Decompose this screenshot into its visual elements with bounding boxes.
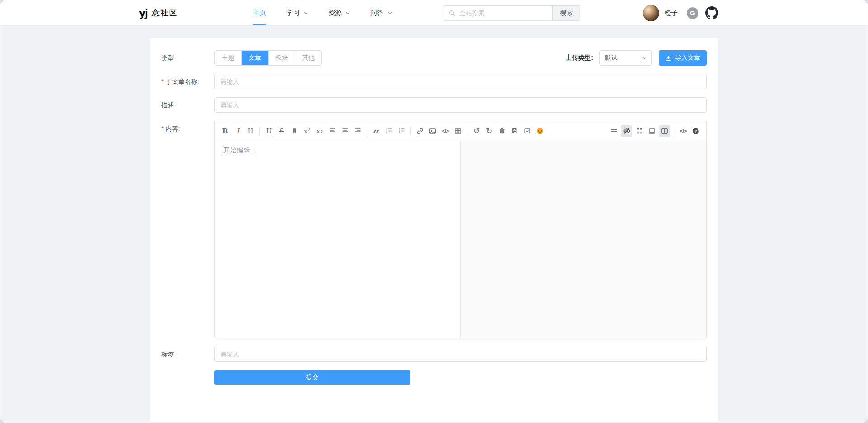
nav-item-learn[interactable]: 学习 [286, 0, 308, 26]
unordered-list-icon[interactable] [396, 125, 407, 137]
strikethrough-icon[interactable]: S [276, 125, 288, 137]
bold-icon[interactable]: B [219, 125, 231, 137]
toolbar-divider [467, 127, 467, 135]
upload-type-value: 默认 [605, 54, 618, 62]
svg-text:3: 3 [386, 132, 387, 134]
nav-item-resources[interactable]: 资源 [328, 0, 350, 26]
toolbar-divider [259, 127, 260, 135]
sub-article-name-row: *子文章名称: [161, 74, 707, 89]
type-option-topic[interactable]: 主题 [215, 51, 241, 65]
align-left-icon[interactable] [326, 125, 338, 137]
brand-logo-icon: yj [139, 7, 147, 19]
description-row: 描述: [161, 97, 707, 113]
editor-body: 开始编辑... [215, 141, 706, 338]
required-mark: * [161, 78, 164, 85]
top-navbar: yj 意社区 主页学习资源问答 搜索 橙子 G [0, 0, 868, 26]
align-right-icon[interactable] [352, 125, 363, 137]
tag-row: 标签: [161, 347, 707, 362]
upload-side: 上传类型: 默认 导入文章 [566, 50, 707, 66]
search-icon [448, 10, 456, 17]
chevron-down-icon [642, 55, 647, 61]
task-list-icon[interactable] [521, 125, 533, 137]
table-icon[interactable] [452, 125, 464, 137]
sub-article-name-input[interactable] [214, 74, 707, 89]
search-field [444, 5, 552, 21]
tag-input[interactable] [214, 347, 707, 362]
link-icon[interactable] [414, 125, 426, 137]
text-caret [222, 147, 222, 153]
markdown-editor: BIHUSx²x₂“123</>↺↻ </>? 开始编辑... [214, 121, 707, 338]
description-input[interactable] [214, 97, 707, 113]
description-label: 描述: [161, 97, 214, 113]
mark-icon[interactable] [288, 125, 300, 137]
sub-article-name-label: *子文章名称: [161, 74, 214, 89]
content-label: *内容: [161, 121, 214, 338]
type-button-group: 主题文章板块其他 [214, 50, 322, 66]
toolbar-divider [367, 127, 367, 135]
toolbar-right-group: </>? [608, 125, 702, 137]
nav-item-qa[interactable]: 问答 [370, 0, 392, 26]
help-icon[interactable]: ? [690, 125, 702, 137]
fullscreen-icon[interactable] [633, 125, 645, 137]
user-area: 橙子 G [643, 5, 718, 21]
user-avatar[interactable] [643, 5, 659, 21]
emoji-icon[interactable] [534, 125, 546, 137]
chevron-down-icon [387, 10, 392, 16]
import-article-button[interactable]: 导入文章 [659, 50, 707, 66]
type-label: 类型: [161, 50, 214, 66]
svg-text:?: ? [694, 129, 697, 133]
undo-icon[interactable]: ↺ [471, 125, 482, 137]
italic-icon[interactable]: I [232, 125, 244, 137]
username[interactable]: 橙子 [665, 9, 678, 17]
type-option-article[interactable]: 文章 [241, 51, 268, 65]
underline-icon[interactable]: U [263, 125, 275, 137]
redo-icon[interactable]: ↻ [483, 125, 495, 137]
gitee-icon[interactable]: G [687, 7, 698, 19]
upload-type-label: 上传类型: [566, 54, 593, 62]
type-row: 类型: 主题文章板块其他 上传类型: 默认 导入文章 [161, 50, 707, 66]
import-article-label: 导入文章 [675, 54, 700, 62]
image-icon[interactable] [427, 125, 439, 137]
github-icon[interactable] [705, 6, 718, 19]
submit-row: 提交 [161, 370, 707, 385]
type-option-other[interactable]: 其他 [295, 51, 321, 65]
split-view-icon[interactable] [659, 125, 670, 137]
main-nav: 主页学习资源问答 [253, 0, 392, 26]
subscript-icon[interactable]: x₂ [314, 125, 326, 137]
tag-label: 标签: [161, 347, 214, 362]
app-window: yj 意社区 主页学习资源问答 搜索 橙子 G 类型: 主题文章板块其他 [0, 0, 868, 423]
ordered-list-icon[interactable]: 123 [383, 125, 395, 137]
quote-icon[interactable]: “ [370, 125, 382, 137]
code-icon[interactable]: </> [439, 125, 451, 137]
global-search: 搜索 [444, 5, 580, 21]
chevron-down-icon [345, 10, 350, 16]
navigation-icon[interactable] [608, 125, 620, 137]
publish-form-card: 类型: 主题文章板块其他 上传类型: 默认 导入文章 *子文章名称: [150, 38, 718, 422]
site-title: 意社区 [152, 8, 178, 18]
align-center-icon[interactable] [339, 125, 351, 137]
trash-icon[interactable] [496, 125, 508, 137]
submit-button[interactable]: 提交 [214, 370, 410, 385]
content-row: *内容: BIHUSx²x₂“123</>↺↻ </>? 开始编辑... [161, 121, 707, 338]
save-icon[interactable] [509, 125, 520, 137]
search-button[interactable]: 搜索 [552, 5, 580, 21]
type-option-board[interactable]: 板块 [268, 51, 295, 65]
preview-toggle-icon[interactable] [621, 125, 632, 137]
editor-preview-pane [461, 141, 707, 338]
required-mark: * [161, 125, 164, 132]
superscript-icon[interactable]: x² [301, 125, 313, 137]
editor-edit-pane[interactable]: 开始编辑... [215, 141, 461, 338]
chevron-down-icon [303, 10, 308, 16]
heading-icon[interactable]: H [245, 125, 256, 137]
toolbar-divider [410, 127, 411, 135]
editor-toolbar: BIHUSx²x₂“123</>↺↻ </>? [215, 121, 706, 141]
upload-type-select[interactable]: 默认 [599, 50, 652, 66]
html-code-icon[interactable]: </> [677, 125, 689, 137]
toolbar-divider [674, 127, 674, 135]
read-mode-icon[interactable] [646, 125, 658, 137]
editor-placeholder: 开始编辑... [223, 147, 257, 154]
nav-item-home[interactable]: 主页 [253, 0, 266, 26]
search-input[interactable] [444, 5, 552, 21]
import-icon [665, 55, 672, 62]
brand[interactable]: yj 意社区 [139, 7, 178, 19]
